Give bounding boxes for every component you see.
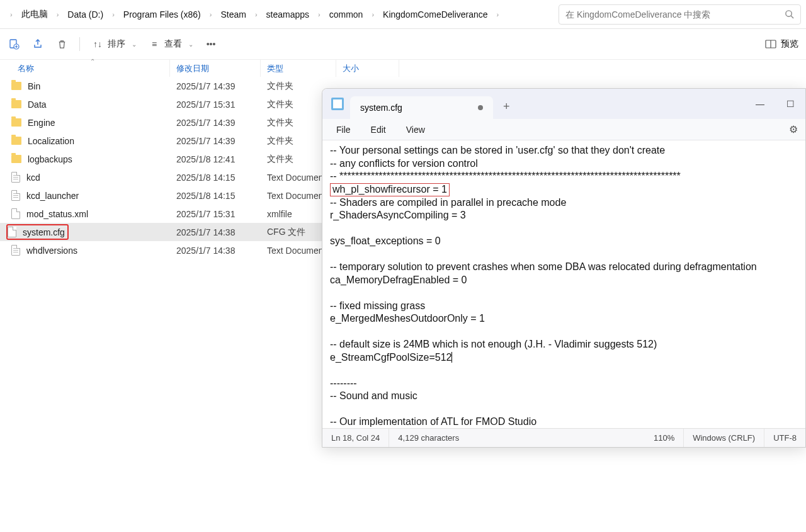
svg-line-1 (791, 16, 793, 18)
col-size[interactable]: 大小 (336, 60, 399, 77)
notepad-titlebar[interactable]: system.cfg + — ☐ (322, 89, 805, 119)
new-icon (8, 38, 20, 50)
menu-edit[interactable]: Edit (363, 122, 394, 137)
file-name: Engine (28, 118, 55, 128)
editor-text: -------- -- Sound and music -- Our imple… (330, 378, 593, 429)
file-date: 2025/1/7 14:39 (170, 118, 261, 128)
view-button[interactable]: ≡查看⌄ (148, 38, 193, 50)
chevron-right-icon: › (369, 11, 377, 18)
notepad-window: system.cfg + — ☐ File Edit View ⚙ -- You… (322, 88, 806, 448)
status-eol: Windows (CRLF) (684, 429, 764, 447)
notepad-app-icon (331, 98, 344, 110)
file-name: Data (28, 99, 47, 110)
file-icon (11, 245, 20, 256)
file-date: 2025/1/8 14:15 (170, 173, 261, 183)
toolbar: ↑↓排序⌄ ≡查看⌄ ••• 预览 (0, 29, 806, 59)
file-date: 2025/1/7 14:39 (170, 81, 261, 91)
chevron-right-icon: › (8, 11, 15, 18)
file-icon (11, 190, 20, 201)
breadcrumb-seg[interactable]: KingdomComeDeliverance (377, 9, 494, 20)
sort-icon: ↑↓ (91, 38, 104, 50)
file-date: 2025/1/8 12:41 (170, 154, 261, 164)
editor-text: e_StreamCgfPoolSize=512 (330, 352, 451, 363)
folder-icon (11, 100, 21, 108)
minimize-button[interactable]: — (745, 91, 775, 116)
file-date: 2025/1/8 14:15 (170, 191, 261, 201)
sort-caret-icon: ⌃ (90, 58, 95, 65)
chevron-right-icon: › (253, 11, 260, 18)
status-position: Ln 18, Col 24 (322, 429, 389, 447)
file-name: mod_status.xml (26, 209, 88, 219)
tab-title: system.cfg (360, 103, 402, 113)
preview-icon (764, 38, 777, 50)
file-name: logbackups (28, 154, 72, 164)
modified-dot-icon (478, 105, 483, 110)
breadcrumb[interactable]: › 此电脑 › Data (D:) › Program Files (x86) … (5, 4, 552, 25)
search-icon (785, 9, 794, 19)
new-tab-button[interactable]: + (503, 100, 510, 113)
status-zoom[interactable]: 110% (645, 429, 684, 447)
view-icon: ≡ (148, 38, 161, 50)
delete-button[interactable] (55, 38, 68, 50)
status-chars: 4,129 characters (389, 429, 645, 447)
col-type[interactable]: 类型 (261, 60, 336, 77)
chevron-right-icon: › (315, 11, 323, 18)
editor-text: -- Your personal settings can be stored … (330, 145, 681, 181)
breadcrumb-seg[interactable]: 此电脑 (15, 9, 54, 20)
more-button[interactable]: ••• (205, 38, 217, 50)
share-icon (31, 38, 44, 50)
address-bar: › 此电脑 › Data (D:) › Program Files (x86) … (0, 0, 806, 29)
breadcrumb-seg[interactable]: Data (D:) (61, 9, 110, 20)
settings-icon[interactable]: ⚙ (781, 123, 805, 135)
notepad-statusbar: Ln 18, Col 24 4,129 characters 110% Wind… (322, 428, 805, 447)
search-input[interactable] (565, 9, 785, 20)
column-headers: 名称⌃ 修改日期 类型 大小 (0, 59, 806, 77)
status-encoding: UTF-8 (764, 429, 805, 447)
file-icon (11, 208, 20, 219)
breadcrumb-seg[interactable]: Program Files (x86) (117, 9, 207, 20)
file-name: Localization (28, 136, 74, 146)
file-name: kcd_launcher (26, 191, 79, 201)
share-button[interactable] (31, 38, 44, 50)
file-icon (11, 172, 20, 183)
text-cursor (451, 352, 452, 363)
trash-icon (55, 38, 68, 50)
new-button[interactable] (8, 38, 20, 50)
menu-view[interactable]: View (399, 122, 433, 137)
breadcrumb-seg[interactable]: steamapps (260, 9, 315, 20)
notepad-tab[interactable]: system.cfg (350, 96, 493, 119)
editor-text: -- Shaders are compiled in parallel in p… (330, 197, 757, 350)
folder-icon (11, 137, 21, 145)
chevron-right-icon: › (207, 11, 215, 18)
file-date: 2025/1/7 15:31 (170, 99, 261, 110)
file-icon (8, 227, 16, 237)
folder-icon (11, 82, 21, 90)
file-name: whdlversions (26, 246, 77, 256)
search-box[interactable] (559, 4, 801, 25)
preview-button[interactable]: 预览 (764, 38, 798, 50)
folder-icon (11, 155, 21, 163)
file-name: kcd (26, 173, 40, 183)
sort-button[interactable]: ↑↓排序⌄ (91, 38, 137, 50)
file-date: 2025/1/7 14:38 (170, 246, 261, 256)
editor-area[interactable]: -- Your personal settings can be stored … (322, 140, 805, 428)
file-date: 2025/1/7 15:31 (170, 209, 261, 219)
file-name: system.cfg (23, 227, 65, 237)
menu-file[interactable]: File (329, 122, 358, 137)
svg-point-0 (786, 11, 792, 16)
chevron-right-icon: › (494, 11, 502, 18)
notepad-menubar: File Edit View ⚙ (322, 119, 805, 140)
breadcrumb-seg[interactable]: Steam (214, 9, 252, 20)
col-name[interactable]: 名称⌃ (0, 60, 170, 77)
file-name: Bin (28, 81, 40, 91)
maximize-button[interactable]: ☐ (775, 91, 805, 116)
breadcrumb-seg[interactable]: common (323, 9, 370, 20)
highlighted-line: wh_pl_showfirecursor = 1 (330, 183, 450, 196)
more-icon: ••• (205, 38, 217, 50)
col-date[interactable]: 修改日期 (170, 60, 261, 77)
file-date: 2025/1/7 14:39 (170, 136, 261, 146)
chevron-right-icon: › (110, 11, 117, 18)
chevron-right-icon: › (54, 11, 62, 18)
folder-icon (11, 118, 21, 127)
file-date: 2025/1/7 14:38 (170, 227, 261, 237)
